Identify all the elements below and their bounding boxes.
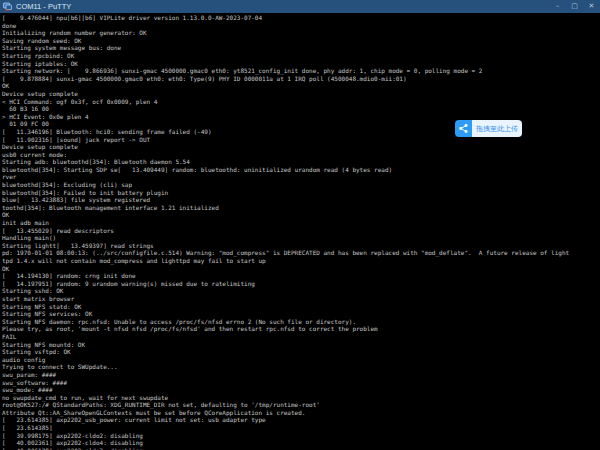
terminal-line: bluetoothd[354]: Excluding (cli) sap — [2, 181, 600, 189]
terminal-line: Starting NFS services: OK — [2, 310, 600, 318]
maximize-button[interactable]: ▢ — [566, 0, 583, 13]
terminal-line: Starting NFS statd: OK — [2, 303, 600, 311]
terminal-line: swu_mode: #### — [2, 386, 600, 394]
titlebar[interactable]: COM11 - PuTTY – ▢ ✕ — [0, 0, 600, 13]
terminal-output[interactable]: [ 9.476044] npu[b6][b6] VIPLite driver v… — [0, 13, 600, 450]
terminal-line: Starting network: [ 9.866936] sunxi-gmac… — [2, 67, 600, 75]
terminal-line: Device setup complete — [2, 143, 600, 151]
terminal-line: [ 9.878884] sunxi-gmac 4500000.gmac0 eth… — [2, 75, 600, 83]
terminal-line: Starting vsftpd: OK — [2, 348, 600, 356]
terminal-line: root@OK527:/# QStandardPaths: XDG_RUNTIM… — [2, 401, 600, 409]
upload-overlay-label: 拖拽至此上传 — [472, 120, 522, 137]
terminal-line: no swupdate_cmd to run, wait for next sw… — [2, 394, 600, 402]
terminal-line: rver — [2, 173, 600, 181]
terminal-line: Saving random seed: OK — [2, 37, 600, 45]
terminal-line: usb0 current mode: — [2, 151, 600, 159]
terminal-line: Starting rpcbind: OK — [2, 52, 600, 60]
minimize-button[interactable]: – — [549, 0, 566, 13]
terminal-line: [ 14.197951] random: 9 urandom warning(s… — [2, 280, 600, 288]
terminal-line: bluetoothd[354]: Starting SDP se[ 13.409… — [2, 166, 600, 174]
terminal-line: Starting NFS mountd: OK — [2, 341, 600, 349]
terminal-line: [ 40.002361] axp2202-cldo4: disabling — [2, 439, 600, 447]
terminal-line: Handling main() — [2, 234, 600, 242]
terminal-line: swu_param: #### — [2, 371, 600, 379]
terminal-line: audio config — [2, 356, 600, 364]
terminal-line: < HCI Command: ogf 0x3f, ocf 0x0009, ple… — [2, 98, 600, 106]
terminal-line: FAIL — [2, 333, 600, 341]
terminal-line: OK — [2, 211, 600, 219]
terminal-line: [ 23.614385] — [2, 424, 600, 432]
terminal-line: Initializing random number generator: OK — [2, 29, 600, 37]
terminal-line: Starting iptables: OK — [2, 60, 600, 68]
terminal-line: blue[ 13.423883] file system registered — [2, 196, 600, 204]
putty-window: { "window": { "title": "COM11 - PuTTY", … — [0, 0, 600, 450]
terminal-line: swu_software: #### — [2, 379, 600, 387]
terminal-line: Starting adb: bluetoothd[354]: Bluetooth… — [2, 158, 600, 166]
terminal-line: done — [2, 22, 600, 30]
terminal-line: Starting lightt[ 13.459397] read strings — [2, 242, 600, 250]
window-title: COM11 - PuTTY — [16, 0, 549, 13]
terminal-line: Device setup complete — [2, 90, 600, 98]
terminal-line: [ 13.455029] read descriptors — [2, 227, 600, 235]
terminal-line: Starting NFS daemon: rpc.nfsd: Unable to… — [2, 318, 600, 326]
terminal-line: bluetoothd[354]: Failed to init battery … — [2, 189, 600, 197]
terminal-line: Starting sshd: OK — [2, 287, 600, 295]
share-upload-icon — [455, 120, 472, 137]
terminal-line: Please try, as root, 'mount -t nfsd nfsd… — [2, 325, 600, 333]
terminal-line: Starting system message bus: done — [2, 44, 600, 52]
terminal-line: [ 14.194130] random: crng init done — [2, 272, 600, 280]
upload-overlay-button[interactable]: 拖拽至此上传 — [455, 120, 522, 137]
terminal-line: start matrix browser — [2, 295, 600, 303]
terminal-line: OK — [2, 82, 600, 90]
terminal-line: tpd 1.4.x will not contain mod_compress … — [2, 257, 600, 265]
terminal-line: [ 39.998175] axp2202-cldo2: disabling — [2, 432, 600, 440]
terminal-line: Trying to connect to SWUpdate... — [2, 363, 600, 371]
terminal-line: 60 B3 16 00 — [2, 105, 600, 113]
terminal-line: toothd[354]: Bluetooth management interf… — [2, 204, 600, 212]
close-button[interactable]: ✕ — [583, 0, 600, 13]
terminal-line: [ 23.614385] axp2202_usb_power: current … — [2, 416, 600, 424]
terminal-line: [ 9.476044] npu[b6][b6] VIPLite driver v… — [2, 14, 600, 22]
terminal-line: OK — [2, 265, 600, 273]
putty-app-icon — [3, 2, 12, 11]
terminal-line: Attribute Qt::AA_ShareOpenGLContexts mus… — [2, 409, 600, 417]
terminal-line: init adb main — [2, 219, 600, 227]
terminal-line: pd: 1970-01-01 08:00:13: (../src/configf… — [2, 249, 600, 257]
